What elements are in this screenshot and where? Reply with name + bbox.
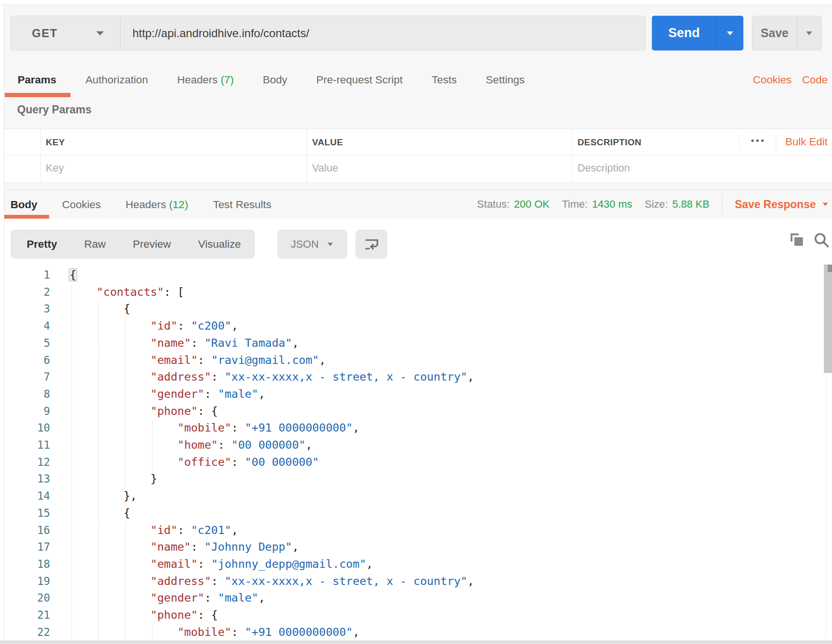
line-number: 20 xyxy=(4,590,50,607)
line-number: 11 xyxy=(4,437,50,454)
cookies-link[interactable]: Cookies xyxy=(753,74,791,86)
param-value-input[interactable] xyxy=(312,161,550,175)
code-line: "email": "ravi@gmail.com", xyxy=(70,352,326,369)
code-line: { xyxy=(70,505,130,522)
line-number: 8 xyxy=(4,386,50,403)
line-number: 13 xyxy=(4,471,50,488)
view-tab-raw[interactable]: Raw xyxy=(84,238,106,251)
column-header-description: DESCRIPTION xyxy=(578,137,641,148)
active-tab-underline xyxy=(5,93,71,97)
line-number: 1 xyxy=(4,267,50,284)
time-badge: Time:1430 ms xyxy=(562,198,632,211)
code-line: "phone": { xyxy=(70,403,218,420)
column-header-value: VALUE xyxy=(312,137,343,148)
search-response-button[interactable] xyxy=(813,231,830,249)
copy-icon xyxy=(789,231,806,249)
request-url-bar: GET xyxy=(10,16,646,50)
code-line: "id": "c200", xyxy=(70,318,238,335)
line-number: 16 xyxy=(4,522,50,539)
code-line: "mobile": "+91 0000000000", xyxy=(70,420,359,437)
code-line: "gender": "male", xyxy=(70,590,265,607)
code-line: "address": "xx-xx-xxxx,x - street, x - c… xyxy=(70,369,474,386)
bottom-bar xyxy=(0,641,832,644)
tab-body[interactable]: Body xyxy=(263,74,287,86)
line-number: 19 xyxy=(4,573,50,590)
chevron-down-icon xyxy=(96,31,104,35)
code-line: { xyxy=(70,301,130,318)
line-number: 15 xyxy=(4,505,50,522)
save-response-button[interactable]: Save Response xyxy=(735,198,829,211)
save-options-button[interactable] xyxy=(797,16,821,50)
more-options-icon[interactable]: ••• xyxy=(748,135,768,146)
line-number: 2 xyxy=(4,284,50,301)
chevron-down-icon xyxy=(822,203,828,206)
view-tab-pretty[interactable]: Pretty xyxy=(27,238,57,251)
line-number: 7 xyxy=(4,369,50,386)
line-number: 6 xyxy=(4,352,50,369)
send-button-label[interactable]: Send xyxy=(652,16,717,50)
query-params-title: Query Params xyxy=(17,103,91,116)
send-button[interactable]: Send xyxy=(652,16,743,50)
code-line: "office": "00 000000" xyxy=(70,454,319,471)
bulk-edit-link[interactable]: Bulk Edit xyxy=(785,136,828,148)
postman-window: { "request": { "method": "GET", "url": "… xyxy=(0,0,832,644)
line-number: 4 xyxy=(4,318,50,335)
size-badge: Size:5.88 KB xyxy=(645,198,710,211)
line-number: 21 xyxy=(4,607,50,624)
code-link[interactable]: Code xyxy=(802,74,828,86)
response-tab-body[interactable]: Body xyxy=(10,199,37,211)
code-line: "home": "00 000000", xyxy=(70,437,312,454)
column-header-key: KEY xyxy=(46,137,65,148)
headers-count: (7) xyxy=(221,74,234,86)
url-input[interactable] xyxy=(121,16,645,50)
line-number: 18 xyxy=(4,556,50,573)
line-number: 14 xyxy=(4,488,50,505)
response-tab-test-results[interactable]: Test Results xyxy=(213,199,272,211)
code-line: "id": "c201", xyxy=(70,522,238,539)
tab-pre-request-script[interactable]: Pre-request Script xyxy=(316,74,403,86)
request-tabs: Params Authorization Headers (7) Body Pr… xyxy=(4,62,624,98)
line-number: 10 xyxy=(4,420,50,437)
send-options-button[interactable] xyxy=(717,16,743,50)
wrap-text-icon xyxy=(363,236,380,253)
code-line: "phone": { xyxy=(70,607,218,624)
active-response-tab-underline xyxy=(4,215,49,219)
code-line: "name": "Johnny Depp", xyxy=(70,539,299,556)
line-number: 9 xyxy=(4,403,50,420)
code-editor[interactable]: 1{2 "contacts": [3 {4 "id": "c200",5 "na… xyxy=(4,261,832,641)
method-select[interactable]: GET xyxy=(11,16,121,50)
tab-headers[interactable]: Headers (7) xyxy=(177,74,234,86)
tab-settings[interactable]: Settings xyxy=(486,74,525,86)
scrollbar-thumb[interactable] xyxy=(824,264,832,373)
tab-tests[interactable]: Tests xyxy=(432,74,457,86)
code-line: "gender": "male", xyxy=(70,386,265,403)
wrap-lines-button[interactable] xyxy=(355,230,387,259)
param-description-input[interactable] xyxy=(578,161,778,175)
response-view-switcher: Pretty Raw Preview Visualize xyxy=(10,230,255,259)
code-line: "email": "johnny_depp@gmail.com", xyxy=(70,556,373,573)
code-line: "name": "Ravi Tamada", xyxy=(70,335,299,352)
line-number: 5 xyxy=(4,335,50,352)
chevron-down-icon xyxy=(806,31,812,35)
param-key-input[interactable] xyxy=(46,161,284,175)
chevron-down-icon xyxy=(727,31,733,35)
line-number: 3 xyxy=(4,301,50,318)
tab-authorization[interactable]: Authorization xyxy=(85,74,148,86)
copy-response-button[interactable] xyxy=(789,231,806,249)
format-select[interactable]: JSON xyxy=(277,230,347,259)
tab-params[interactable]: Params xyxy=(18,74,56,86)
code-line: }, xyxy=(70,488,137,505)
left-pane-edge xyxy=(0,5,4,641)
code-line: "mobile": "+91 0000000000", xyxy=(70,624,359,641)
response-meta: Status:200 OK Time:1430 ms Size:5.88 KB … xyxy=(443,190,832,219)
response-tab-cookies[interactable]: Cookies xyxy=(62,199,101,211)
search-icon xyxy=(813,231,830,249)
response-tab-headers[interactable]: Headers (12) xyxy=(126,199,188,211)
code-line: { xyxy=(70,267,76,284)
save-button-label[interactable]: Save xyxy=(752,16,797,50)
save-button[interactable]: Save xyxy=(752,16,822,50)
code-line: "contacts": [ xyxy=(70,284,184,301)
view-tab-preview[interactable]: Preview xyxy=(133,238,171,251)
top-window-strip xyxy=(0,0,832,5)
view-tab-visualize[interactable]: Visualize xyxy=(198,238,241,251)
